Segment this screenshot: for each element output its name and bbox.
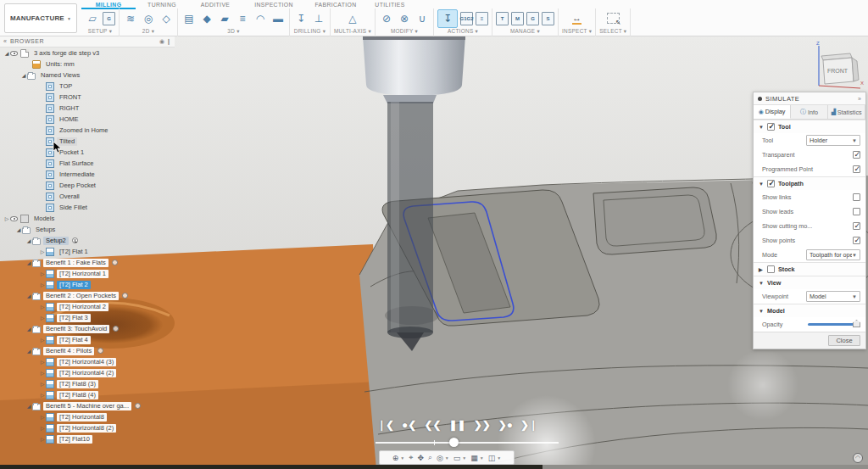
machine-library-icon[interactable]: M [511, 12, 524, 25]
named-view-item[interactable]: RIGHT [0, 103, 175, 114]
chevron-down-icon[interactable]: ▼ [480, 455, 484, 461]
tree-item-label[interactable]: [T2] Horizontal 2 [57, 303, 108, 311]
play-forward-button[interactable]: ❯❯ [474, 417, 491, 433]
tree-item-label[interactable]: Benefit 2 : Open Pockets [43, 292, 119, 300]
operation-item[interactable]: ▷[T2] Horizontal8 (2) [0, 422, 175, 433]
tree-item[interactable]: ◢3 axis forge die step v3 [0, 47, 175, 59]
template-library-icon[interactable]: S [542, 12, 554, 25]
setup-sheet-icon[interactable]: ≡ [476, 12, 488, 25]
checkbox-show-cutting-mo-[interactable] [853, 222, 860, 230]
tree-item[interactable]: ◢Setup2 [0, 235, 175, 246]
disclosure-open-icon[interactable]: ◢ [25, 326, 32, 332]
operation-item[interactable]: ▷[T2] Flat8 (4) [0, 389, 175, 400]
tree-item-label[interactable]: Benefit 1 : Fake Flats [43, 259, 108, 267]
visibility-eye-icon[interactable] [10, 216, 18, 221]
parallel-icon[interactable]: ≡ [235, 11, 250, 26]
dropdown-tool[interactable]: Holder▼ [806, 135, 860, 146]
select-icon[interactable]: ↖ [607, 13, 620, 24]
setup-gcode-sheet-icon[interactable]: G [103, 12, 115, 25]
operation-item[interactable]: ▷[T2] Flat 3 [0, 312, 175, 323]
setup-folder-icon[interactable]: ▱ [85, 11, 100, 26]
2d-pocket-icon[interactable]: ◎ [141, 11, 156, 26]
checkbox-show-links[interactable] [853, 193, 860, 201]
chevron-down-icon[interactable]: ▼ [497, 455, 501, 461]
operation-item[interactable]: ▷[T2] Flat10 [0, 433, 175, 444]
disclosure-open-icon[interactable]: ◢ [20, 72, 27, 78]
disclosure-open-icon[interactable]: ◢ [25, 237, 32, 243]
simulate-tab-statistics[interactable]: ▟Statistics [828, 105, 865, 119]
section-checkbox[interactable] [767, 265, 775, 273]
operation-item[interactable]: ◢Benefit 5 - Machine over ga... [0, 400, 175, 411]
tree-item-label[interactable]: Flat Surface [57, 159, 96, 168]
tree-item-label[interactable]: [T2] Flat 2 [57, 281, 91, 289]
tree-item[interactable]: ◢Named Views [0, 70, 175, 81]
corner-compass-icon[interactable]: ◠ [853, 453, 863, 463]
play-backward-button[interactable]: ❮❮ [424, 417, 441, 433]
adaptive-clearing-icon[interactable]: ▤ [181, 11, 197, 26]
tree-item[interactable]: Units: mm [0, 59, 175, 70]
named-view-item[interactable]: HOME [0, 114, 175, 125]
next-operation-button[interactable]: ❯● [498, 417, 513, 433]
zoom-icon[interactable]: ⌕ [428, 453, 432, 462]
scallop-icon[interactable]: ◠ [253, 11, 268, 26]
browser-pin-icon[interactable]: ❙ [166, 38, 171, 45]
named-view-item[interactable]: Overall [0, 191, 175, 202]
operation-item[interactable]: ▷[T2] Horizontal 2 [0, 301, 175, 312]
disclosure-open-icon[interactable]: ◢ [15, 226, 22, 232]
operation-item[interactable]: ▷[T2] Flat8 (3) [0, 378, 175, 389]
post-library-icon[interactable]: G [526, 12, 539, 25]
operation-item[interactable]: ◢Benefit 4 : Pilots [0, 345, 175, 356]
grid-and-snaps-icon[interactable]: ▦ [470, 454, 478, 462]
named-view-item[interactable]: Pocket 1 [0, 147, 175, 158]
display-settings-icon[interactable]: ▭ [453, 454, 461, 462]
named-view-item[interactable]: Intermediate [0, 169, 175, 180]
operation-item[interactable]: ▷[T2] Horizontal4 (3) [0, 356, 175, 367]
post-process-icon[interactable]: G1G2 [460, 12, 473, 25]
skip-to-end-button[interactable]: ❯❘ [520, 417, 537, 433]
tree-item-label[interactable]: Setups [33, 226, 58, 234]
disclosure-closed-icon[interactable]: ▷ [39, 271, 46, 276]
ribbon-group-label[interactable]: 2D ▾ [142, 28, 154, 36]
disclosure-closed-icon[interactable]: ▷ [39, 282, 46, 288]
disclosure-closed-icon[interactable]: ▷ [39, 414, 46, 420]
operation-item[interactable]: ◢Benefit 1 : Fake Flats [0, 257, 175, 268]
previous-operation-button[interactable]: ●❮ [402, 417, 416, 433]
section-disclosure-icon[interactable]: ▼ [759, 281, 764, 286]
tree-item-label[interactable]: Overall [57, 193, 82, 201]
disclosure-closed-icon[interactable]: ▷ [3, 215, 10, 221]
drill-icon[interactable]: ↧ [293, 11, 309, 26]
named-view-item[interactable]: Deep Pocket [0, 180, 175, 191]
named-view-item[interactable]: TOP [0, 81, 175, 92]
visibility-eye-icon[interactable] [10, 51, 18, 56]
disclosure-closed-icon[interactable]: ▷ [39, 381, 46, 387]
section-disclosure-icon[interactable]: ▼ [759, 309, 764, 314]
tree-item-label[interactable]: [T2] Flat 3 [57, 314, 91, 322]
tree-item-label[interactable]: [T2] Horizontal8 [57, 413, 107, 422]
tree-item-label[interactable]: [T2] Horizontal4 (2) [57, 369, 116, 377]
checkbox-transparent[interactable] [853, 151, 860, 159]
bore-icon[interactable]: ⊥ [311, 11, 326, 26]
section-header-tool[interactable]: ▼Tool [754, 120, 865, 133]
dropdown-viewpoint[interactable]: Model▼ [806, 291, 860, 302]
operation-item[interactable]: ▷[T2] Horizontal8 [0, 411, 175, 422]
trim-toolpath-icon[interactable]: ⊘ [379, 11, 394, 26]
tree-item-label[interactable]: Deep Pocket [57, 181, 98, 190]
disclosure-closed-icon[interactable]: ▷ [39, 337, 46, 343]
dialog-collapse-icon[interactable]: » [858, 96, 861, 102]
section-disclosure-icon[interactable]: ▼ [759, 181, 764, 187]
chevron-down-icon[interactable]: ▼ [462, 455, 466, 461]
tree-item-label[interactable]: Benefit 5 - Machine over ga... [43, 402, 131, 410]
tree-item-label[interactable]: [T2] Flat10 [57, 435, 92, 444]
ribbon-group-label[interactable]: DRILLING ▾ [294, 28, 326, 36]
workspace-selector[interactable]: MANUFACTURE ▼ [4, 3, 77, 33]
disclosure-closed-icon[interactable]: ▷ [39, 370, 46, 376]
ribbon-group-label[interactable]: 3D ▾ [227, 28, 239, 36]
chevron-down-icon[interactable]: ▼ [400, 455, 404, 461]
tree-item-label[interactable]: Units: mm [43, 60, 77, 69]
pause-button[interactable]: ❚❚ [449, 417, 466, 433]
tree-item-label[interactable]: [T2] Flat 4 [57, 336, 91, 344]
browser-gear-icon[interactable]: ◉ [159, 38, 164, 45]
chevron-down-icon[interactable]: ▼ [445, 455, 449, 461]
fit-icon[interactable]: ◎ [437, 454, 443, 462]
disclosure-open-icon[interactable]: ◢ [25, 403, 32, 409]
